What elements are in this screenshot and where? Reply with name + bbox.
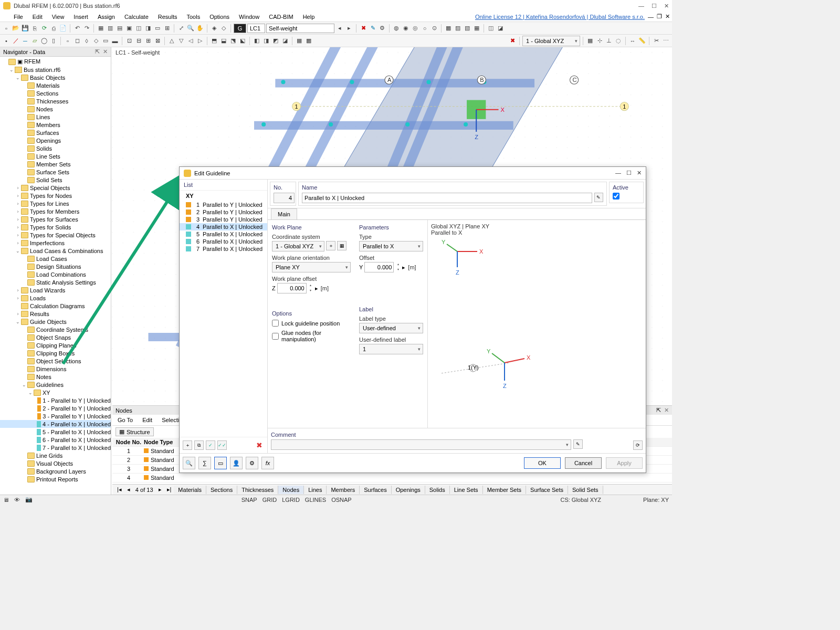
tree-item[interactable]: ›Types for Members	[0, 207, 111, 215]
bottom-tab[interactable]: Surfaces	[360, 486, 391, 494]
name-edit-icon[interactable]: ✎	[594, 193, 603, 202]
dialog-list-item[interactable]: 6Parallel to X | Unlocked	[180, 238, 267, 245]
tree-item[interactable]: ›Types for Surfaces	[0, 215, 111, 223]
preview-refresh-icon[interactable]: ⟳	[633, 440, 643, 450]
active-checkbox[interactable]	[613, 193, 620, 200]
osnap-icon[interactable]: ◌	[614, 37, 623, 45]
tree-item[interactable]: Line Sets	[0, 152, 111, 160]
menu-file[interactable]: File	[9, 13, 27, 21]
display1-icon[interactable]: ◍	[392, 24, 401, 33]
tree-item[interactable]: Solids	[0, 144, 111, 152]
view3-icon[interactable]: ▤	[116, 24, 124, 33]
tree-item[interactable]: Thicknesses	[0, 97, 111, 105]
shade-icon[interactable]: ▩	[304, 37, 313, 45]
tree-item[interactable]: ›Special Objects	[0, 184, 111, 192]
bottom-tab[interactable]: Solids	[425, 486, 450, 494]
tree-item[interactable]: ›Types for Solids	[0, 223, 111, 231]
license-link[interactable]: Online License 12 | Kateřina Rosendorfov…	[475, 14, 645, 20]
tree-item[interactable]: Line Grids	[0, 452, 111, 459]
redo-icon[interactable]: ↷	[82, 24, 91, 33]
foot-calc-icon[interactable]: ∑	[198, 457, 211, 469]
dialog-list-item[interactable]: 7Parallel to X | Unlocked	[180, 245, 267, 253]
tree-item[interactable]: Visual Objects	[0, 459, 111, 467]
list-delete-icon[interactable]: ✖	[255, 440, 264, 450]
foot-search-icon[interactable]: 🔍	[183, 457, 195, 469]
saveas-icon[interactable]: ⎘	[30, 24, 39, 33]
mdi-restore-icon[interactable]: ❐	[657, 13, 662, 20]
tree-item[interactable]: ⌄Basic Objects	[0, 74, 111, 81]
menu-edit[interactable]: Edit	[28, 13, 47, 21]
tree-item[interactable]: ⌄XY	[0, 388, 111, 396]
bottom-tab[interactable]: Member Sets	[483, 486, 526, 494]
bottom-tab[interactable]: Members	[327, 486, 360, 494]
labeltype-dropdown[interactable]: User-defined	[359, 323, 423, 333]
dialog-close-icon[interactable]: ✕	[637, 170, 642, 176]
lock-option[interactable]: Lock guideline position	[272, 320, 351, 327]
tree-item[interactable]: Openings	[0, 136, 111, 144]
status-cam-icon[interactable]: 📷	[25, 496, 33, 503]
bottom-tab[interactable]: Thicknesses	[237, 486, 278, 494]
tree-item[interactable]: Solid Sets	[0, 176, 111, 184]
t-m[interactable]: ◁	[186, 37, 195, 45]
menu-results[interactable]: Results	[154, 13, 182, 21]
t-s[interactable]: ◧	[253, 37, 261, 45]
t-a[interactable]: ▫	[64, 37, 72, 45]
tree-item[interactable]: 4 - Parallel to X | Unlocked	[0, 420, 111, 428]
table-row[interactable]: 4Standard	[112, 474, 672, 482]
status-snap[interactable]: SNAP	[242, 497, 257, 503]
type-dropdown[interactable]: Parallel to X	[359, 241, 423, 251]
tree-item[interactable]: Printout Reports	[0, 475, 111, 483]
t-p[interactable]: ⬓	[219, 37, 228, 45]
t-f[interactable]: ▬	[111, 37, 119, 45]
mdi-minimize-icon[interactable]: —	[648, 14, 654, 20]
cs-new-icon[interactable]: ＋	[326, 241, 335, 250]
dialog-list-item[interactable]: 5Parallel to X | Unlocked	[180, 230, 267, 238]
nodes-tab-edit[interactable]: Edit	[140, 416, 154, 424]
view2-icon[interactable]: ▥	[106, 24, 114, 33]
menu-insert[interactable]: Insert	[69, 13, 92, 21]
tree-item[interactable]: ›Results	[0, 310, 111, 318]
coord-sys-dd[interactable]: 1 - Global XYZ	[522, 36, 580, 46]
panel-pin-icon[interactable]: ⇱	[95, 48, 100, 55]
lc-name[interactable]: Self-weight	[266, 24, 334, 33]
render4-icon[interactable]: ▦	[472, 24, 481, 33]
node-icon[interactable]: •	[2, 37, 10, 45]
bottom-tab[interactable]: Line Sets	[450, 486, 483, 494]
bottom-tab[interactable]: Lines	[304, 486, 327, 494]
lc-next-icon[interactable]: ▸	[345, 24, 353, 33]
foot-fx-icon[interactable]: fx	[261, 457, 274, 469]
window-maximize-icon[interactable]: ☐	[652, 3, 657, 9]
ortho-icon[interactable]: ⊥	[605, 37, 613, 45]
status-eye-icon[interactable]: 👁	[14, 497, 20, 503]
zoom-icon[interactable]: 🔍	[186, 24, 195, 33]
tree-item[interactable]: ⌄Bus station.rf6	[0, 66, 111, 74]
save-icon[interactable]: 💾	[21, 24, 29, 33]
menu-options[interactable]: Options	[205, 13, 234, 21]
lc-code[interactable]: LC1	[247, 24, 265, 33]
open-icon[interactable]: 📂	[12, 24, 20, 33]
t-c[interactable]: ◊	[82, 37, 91, 45]
fit-icon[interactable]: ⤢	[177, 24, 185, 33]
more-icon[interactable]: ⋯	[662, 37, 670, 45]
tree-item[interactable]: 5 - Parallel to X | Unlocked	[0, 428, 111, 436]
tree-item[interactable]: ›Imperfections	[0, 239, 111, 247]
render5-icon[interactable]: ◫	[487, 24, 495, 33]
cancel-button[interactable]: Cancel	[565, 457, 602, 469]
tree-item[interactable]: ›Types for Nodes	[0, 192, 111, 200]
snap-icon[interactable]: ⊹	[595, 37, 604, 45]
view8-icon[interactable]: ⊞	[163, 24, 171, 33]
tree-item[interactable]: Design Situations	[0, 262, 111, 270]
list-checkall-icon[interactable]: ✓✓	[217, 440, 227, 450]
tree-item[interactable]: Calculation Diagrams	[0, 302, 111, 310]
view6-icon[interactable]: ◨	[144, 24, 152, 33]
tree-item[interactable]: Materials	[0, 81, 111, 89]
bottom-tab[interactable]: Sections	[206, 486, 237, 494]
menu-calculate[interactable]: Calculate	[120, 13, 153, 21]
display2-icon[interactable]: ◉	[402, 24, 410, 33]
tree-item[interactable]: 7 - Parallel to X | Unlocked	[0, 444, 111, 452]
t-b[interactable]: ◻	[73, 37, 81, 45]
bottom-tab[interactable]: Nodes	[278, 486, 304, 494]
bottom-tab[interactable]: Solid Sets	[568, 486, 603, 494]
member-icon[interactable]: ─	[21, 37, 29, 45]
new-icon[interactable]: ▫	[2, 24, 10, 33]
